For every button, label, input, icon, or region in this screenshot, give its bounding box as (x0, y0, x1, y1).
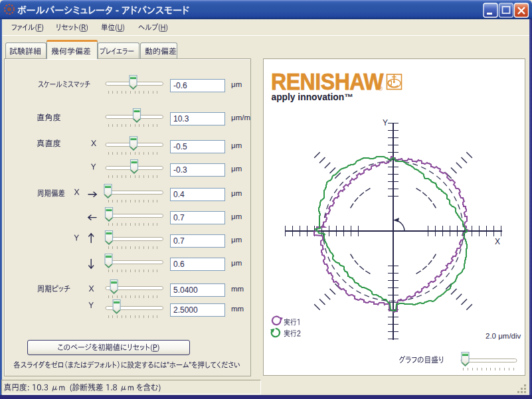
svg-text:X: X (495, 237, 500, 246)
svg-text:apply innovation™: apply innovation™ (272, 92, 353, 102)
svg-text:RENISHAW: RENISHAW (271, 69, 384, 94)
svg-text:®: ® (379, 86, 383, 92)
svg-text:Y: Y (383, 118, 388, 127)
svg-text:2.0 μm/div: 2.0 μm/div (486, 332, 521, 340)
